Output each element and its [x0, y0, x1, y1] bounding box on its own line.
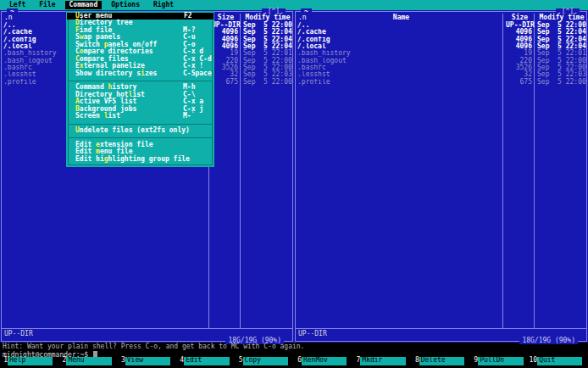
file-list: /..UP--DIRSep 5 22:00/.cache4096Sep 5 22…	[296, 22, 586, 86]
fkey-number: 10	[530, 357, 538, 365]
fkey-label: Quit	[537, 357, 582, 365]
menu-item-shortcut: M-`	[183, 113, 195, 120]
function-key-bar: 1Help2Menu3View4Edit5Copy6RenMov7Mkdir8D…	[0, 357, 588, 368]
fkey-number: 1	[0, 357, 8, 365]
fkey-copy[interactable]: 5Copy	[236, 357, 294, 365]
fkey-number: 4	[176, 357, 184, 365]
fkey-label: PullDn	[478, 357, 523, 365]
menu-item-label: Edit highlighting group file	[75, 155, 190, 163]
command-menu-dropdown: User menuF2Directory treeFind fileM-?Swa…	[66, 11, 214, 167]
file-name: .bash_history	[296, 50, 506, 57]
fkey-number: 2	[58, 357, 66, 365]
fkey-label: Help	[8, 357, 53, 365]
fkey-number: 5	[236, 357, 243, 365]
fkey-label: Mkdir	[360, 357, 405, 365]
hint-line: Hint: Want your plain shell? Press C-o, …	[3, 343, 304, 350]
fkey-label: Edit	[184, 357, 229, 365]
fkey-number: 6	[294, 357, 302, 365]
file-mtime: Sep 5 22:00	[534, 79, 586, 86]
fkey-view[interactable]: 3View	[118, 357, 176, 365]
fkey-label: Menu	[66, 357, 111, 365]
fkey-label: Delete	[419, 357, 464, 365]
menu-item-undelete-files-ext2fs-only-[interactable]: Undelete files (ext2fs only)	[66, 127, 214, 134]
menu-item-show-directory-sizes[interactable]: Show directory sizesC-Space	[66, 70, 214, 77]
file-name: /.config	[296, 36, 506, 43]
file-size: 675	[506, 79, 534, 86]
mini-status: UP--DIR	[298, 331, 327, 337]
menubar-item-options[interactable]: Options	[107, 1, 144, 9]
fkey-label: View	[125, 357, 170, 365]
menubar-item-file[interactable]: File	[35, 1, 59, 9]
file-size: 675	[212, 79, 240, 86]
file-name: .lesshst	[296, 71, 506, 78]
menu-item-label: Show directory sizes	[75, 70, 157, 77]
column-header-name[interactable]: Name	[298, 14, 504, 21]
file-mtime: Sep 5 22:00	[240, 79, 292, 86]
mini-status: UP--DIR	[4, 331, 33, 337]
menu-bar: LeftFileCommandOptionsRight	[0, 0, 588, 10]
menu-item-label: Screen list	[75, 112, 120, 120]
mini-status-separator	[296, 328, 586, 329]
file-name: /..	[296, 22, 506, 29]
fkey-renmov[interactable]: 6RenMov	[294, 357, 352, 365]
fkey-quit[interactable]: 10Quit	[530, 357, 588, 365]
file-name: /.local	[296, 43, 506, 50]
fkey-help[interactable]: 1Help	[0, 357, 58, 365]
file-name: .bash_logout	[296, 58, 506, 64]
file-name: /.cache	[296, 29, 506, 36]
mc-screen: LeftFileCommandOptionsRight ~ .[^]. 18G/…	[0, 0, 588, 368]
file-name: .profile	[296, 79, 506, 86]
file-row[interactable]: .profile675Sep 5 22:00	[296, 79, 586, 86]
menu-item-shortcut: C-Space	[183, 70, 212, 77]
menubar-item-command[interactable]: Command	[65, 1, 103, 9]
panel-right: ~ .[^]. 18G/19G (90%) .n Name Size Modif…	[294, 10, 588, 343]
menu-item-label: Undelete files (ext2fs only)	[75, 126, 190, 134]
fkey-number: 7	[352, 357, 360, 365]
fkey-pulldn[interactable]: 9PullDn	[470, 357, 529, 365]
menu-item-edit-highlighting-group-file[interactable]: Edit highlighting group file	[66, 156, 214, 163]
fkey-number: 9	[470, 357, 478, 365]
fkey-label: RenMov	[302, 357, 347, 365]
file-name: .bashrc	[296, 64, 506, 71]
menu-item-shortcut: F2	[184, 13, 192, 20]
fkey-menu[interactable]: 2Menu	[58, 357, 117, 365]
menu-item-screen-list[interactable]: Screen listM-`	[66, 113, 214, 120]
menubar-item-right[interactable]: Right	[149, 1, 178, 9]
fkey-label: Copy	[243, 357, 288, 365]
fkey-number: 8	[412, 357, 419, 365]
mini-status-separator	[2, 328, 292, 329]
fkey-mkdir[interactable]: 7Mkdir	[352, 357, 411, 365]
panel-right-free-space: 18G/19G (90%)	[519, 337, 578, 344]
fkey-number: 3	[118, 357, 125, 365]
fkey-edit[interactable]: 4Edit	[176, 357, 235, 365]
fkey-delete[interactable]: 8Delete	[412, 357, 470, 365]
